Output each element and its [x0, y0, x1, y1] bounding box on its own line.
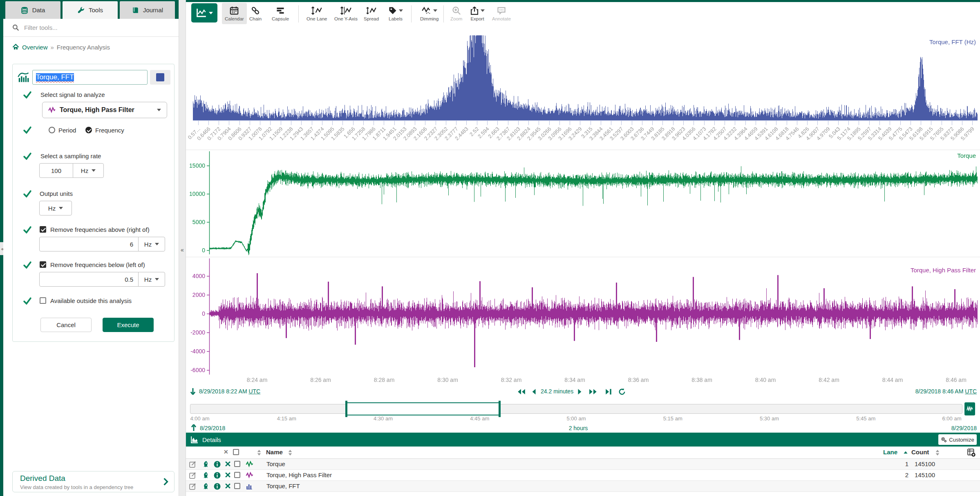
range-start-timezone[interactable]: UTC	[248, 388, 260, 395]
range-end-text: 8/29/2018 8:46 AM	[915, 388, 964, 395]
rocket-icon[interactable]	[202, 483, 209, 490]
color-swatch	[156, 73, 164, 81]
step-to-end-icon[interactable]	[605, 388, 612, 395]
breadcrumb-overview-link[interactable]: Overview	[22, 44, 48, 51]
table-row[interactable]: Torque 1 145100	[186, 459, 980, 470]
range-start-arrow-icon	[190, 388, 196, 395]
toolbar-dimming-button[interactable]: Dimming	[417, 3, 441, 24]
remove-above-checkbox[interactable]	[40, 226, 46, 233]
remove-below-unit-select[interactable]: Hz	[138, 272, 165, 287]
toolbar-spread-button[interactable]: Spread	[361, 3, 382, 24]
edit-icon[interactable]	[189, 472, 196, 479]
toolbar-calendar-button[interactable]: Calendar	[222, 3, 247, 24]
period-radio[interactable]	[49, 127, 55, 133]
sampling-rate-unit-select[interactable]: Hz	[73, 163, 104, 178]
step-complete-check-icon	[23, 91, 31, 99]
info-icon[interactable]	[214, 461, 221, 468]
sampling-rate-input[interactable]: 100	[39, 163, 73, 178]
customize-button[interactable]: Customize	[938, 434, 977, 445]
tab-data[interactable]: Data	[5, 1, 60, 19]
toolbar-one-lane-button[interactable]: One Lane	[304, 3, 330, 24]
edit-icon[interactable]	[189, 461, 196, 468]
remove-below-checkbox[interactable]	[40, 261, 46, 268]
timeline-scrubber-track[interactable]	[190, 404, 962, 414]
table-row[interactable]: Torque, FFT	[186, 481, 980, 492]
row-name[interactable]: Torque	[266, 460, 285, 467]
row-name[interactable]: Torque, FFT	[266, 483, 300, 489]
row-checkbox[interactable]	[234, 483, 240, 489]
selection-left-handle[interactable]	[345, 401, 347, 417]
range-end-datetime[interactable]: 8/29/2018 8:46 AM UTC	[915, 388, 977, 395]
row-name[interactable]: Torque, High Pass Filter	[266, 471, 332, 478]
remove-icon[interactable]	[225, 461, 231, 467]
cancel-button[interactable]: Cancel	[40, 318, 92, 332]
remove-icon[interactable]	[225, 472, 231, 478]
toolbar-capsule-button[interactable]: Capsule	[269, 3, 292, 24]
scrubber-end-date[interactable]: 8/29/2018	[951, 425, 977, 431]
rocket-icon[interactable]	[202, 472, 209, 479]
info-icon[interactable]	[214, 472, 221, 479]
info-icon[interactable]	[214, 483, 221, 490]
row-checkbox[interactable]	[234, 461, 240, 467]
toolbar-one-y-axis-button[interactable]: One Y-Axis	[331, 3, 360, 24]
count-column-header[interactable]: Count	[911, 449, 929, 456]
tab-journal[interactable]: Journal	[120, 1, 175, 19]
home-icon[interactable]	[12, 44, 19, 50]
lane-divider	[186, 257, 980, 257]
toolbar-export-button[interactable]: Export	[467, 3, 488, 24]
remove-icon[interactable]	[225, 483, 231, 489]
sort-icon[interactable]	[935, 449, 940, 456]
spread-icon	[366, 6, 377, 15]
sort-icon[interactable]	[287, 449, 293, 456]
tab-tools[interactable]: Tools	[63, 1, 118, 19]
step-back-large-icon[interactable]	[517, 388, 526, 395]
toolbar-labels-button[interactable]: Labels	[385, 3, 406, 24]
collapse-sidebar-handle[interactable]: «	[179, 245, 186, 255]
frequency-radio[interactable]	[85, 127, 92, 133]
scrubber-duration[interactable]: 2 hours	[186, 425, 971, 431]
result-name-input[interactable]: Torque, FFT	[32, 70, 148, 85]
fft-chart-canvas[interactable]	[187, 27, 980, 150]
rocket-icon[interactable]	[202, 461, 209, 468]
add-column-icon[interactable]	[967, 449, 976, 457]
available-outside-checkbox[interactable]	[40, 297, 46, 304]
toolbar-export-label: Export	[470, 16, 484, 21]
toolbar-chain-label: Chain	[249, 16, 262, 21]
timeline-selection-window[interactable]	[346, 402, 500, 415]
view-mode-button[interactable]	[191, 3, 217, 22]
selection-right-handle[interactable]	[499, 401, 501, 417]
sampling-rate-label: Select a sampling rate	[40, 153, 101, 159]
name-column-header[interactable]: Name	[266, 449, 283, 456]
remove-above-input[interactable]: 6	[39, 237, 139, 251]
torque-chart-canvas[interactable]	[187, 150, 980, 257]
chevron-down-icon	[92, 169, 96, 172]
range-duration[interactable]: 24.2 minutes	[541, 388, 573, 395]
range-end-timezone[interactable]: UTC	[965, 388, 977, 395]
filter-tools-input[interactable]	[23, 24, 164, 31]
execute-button-label: Execute	[117, 321, 139, 328]
table-row[interactable]: Torque, High Pass Filter 2 145100	[186, 470, 980, 481]
range-start-datetime[interactable]: 8/29/2018 8:22 AM UTC	[199, 388, 260, 395]
step-forward-icon[interactable]	[577, 388, 582, 395]
edit-icon[interactable]	[189, 483, 196, 490]
remove-above-unit-select[interactable]: Hz	[138, 237, 165, 251]
select-all-checkbox[interactable]	[233, 449, 239, 455]
scrubber-chart-toggle-button[interactable]	[964, 402, 975, 415]
color-picker-button[interactable]	[150, 70, 170, 85]
refresh-icon[interactable]	[618, 388, 626, 395]
lane-column-header[interactable]: Lane	[883, 449, 897, 456]
execute-button[interactable]: Execute	[103, 318, 154, 332]
step-back-icon[interactable]	[531, 388, 536, 395]
output-units-select[interactable]: Hz	[39, 201, 72, 215]
remove-below-input[interactable]: 0.5	[39, 272, 139, 287]
step-forward-large-icon[interactable]	[589, 388, 598, 395]
high-pass-filter-chart-canvas[interactable]	[187, 257, 980, 384]
derived-data-card[interactable]: Derived Data View data created by tools …	[12, 471, 175, 492]
step-complete-check-icon	[23, 153, 31, 160]
signal-select-dropdown[interactable]: Torque, High Pass Filter	[42, 102, 167, 118]
toolbar-chain-button[interactable]: Chain	[246, 3, 264, 24]
frequency-analysis-tool-panel: Torque, FFT Select signal to analyze Tor…	[12, 64, 175, 342]
remove-all-icon[interactable]: ✕	[224, 449, 228, 455]
sort-icon[interactable]	[256, 449, 262, 456]
row-checkbox[interactable]	[234, 472, 240, 478]
